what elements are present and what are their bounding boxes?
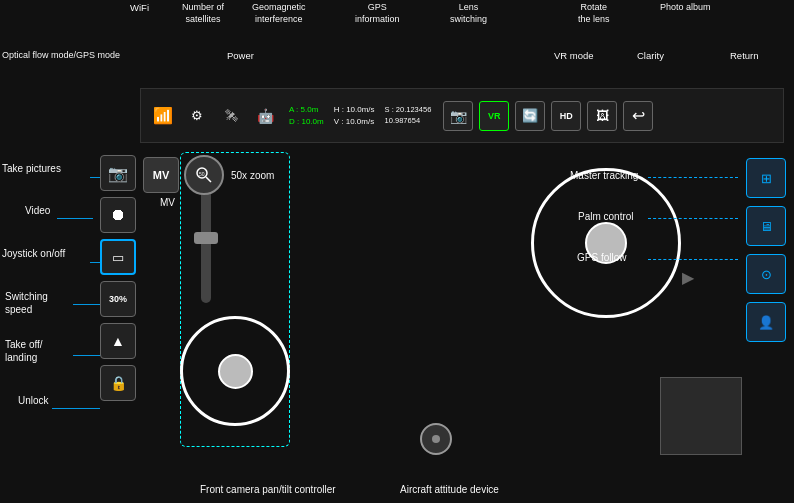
- geomagnetic-label: Geomagneticinterference: [252, 2, 306, 25]
- joystick-label: Joystick on/off: [2, 248, 65, 259]
- palm-control-label: Palm control: [578, 211, 634, 222]
- return-label: Return: [730, 50, 759, 62]
- zoom-btn[interactable]: 50: [184, 155, 224, 195]
- left-joystick[interactable]: [180, 316, 290, 426]
- right-joystick-area[interactable]: [531, 168, 686, 323]
- num-satellites-label: Number ofsatellites: [182, 2, 224, 25]
- speed-btn[interactable]: 30%: [100, 281, 136, 317]
- photo-album-label: Photo album: [660, 2, 711, 14]
- attitude-device-icon[interactable]: [420, 423, 452, 455]
- right-arrow-indicator: ▶: [682, 268, 694, 287]
- hd-btn[interactable]: HD: [551, 101, 581, 131]
- zoom-label-text: 50x zoom: [231, 170, 274, 181]
- photo-album-btn[interactable]: 🖼: [587, 101, 617, 131]
- joystick-toggle-btn[interactable]: ▭: [100, 239, 136, 275]
- unlock-arrow: ————: [52, 401, 100, 415]
- h-speed: H : 10.0m/s: [334, 104, 375, 115]
- take-picture-btn[interactable]: 📷: [100, 155, 136, 191]
- attitude-device-container: [420, 423, 452, 455]
- master-tracking-line: [648, 177, 738, 178]
- distance-value: D : 10.0m: [289, 116, 324, 127]
- altitude-distance: A : 5.0m D : 10.0m: [289, 104, 324, 126]
- speed-values: H : 10.0m/s V : 10.0m/s: [334, 104, 375, 126]
- unlock-btn[interactable]: 🔒: [100, 365, 136, 401]
- vr-mode-label: VR mode: [554, 50, 594, 62]
- switching-speed-label: Switchingspeed: [5, 290, 48, 316]
- gps-follow-btn[interactable]: ⊙: [746, 254, 786, 294]
- takeoff-btn[interactable]: ▲: [100, 323, 136, 359]
- svg-line-1: [206, 177, 211, 182]
- aircraft-attitude-label: Aircraft attitude device: [400, 484, 499, 495]
- sat-id: S : 20.123456: [385, 105, 432, 116]
- lens-switching-label: Lensswitching: [450, 2, 487, 25]
- person-btn[interactable]: 👤: [746, 302, 786, 342]
- gps-mode-icon[interactable]: ⚙: [183, 102, 211, 130]
- main-toolbar: 📶 ⚙ 🛰 🤖 A : 5.0m D : 10.0m H : 10.0m/s V…: [140, 88, 784, 143]
- right-joystick-ring: [531, 168, 681, 318]
- master-tracking-label: Master tracking: [570, 170, 638, 181]
- right-controls: ⊞ 🖥 ⊙ 👤: [746, 158, 786, 342]
- svg-text:50: 50: [199, 171, 205, 177]
- mv-zoom-row: MV 50 50x zoom: [143, 155, 274, 195]
- left-joystick-knob: [218, 354, 253, 389]
- satellite-coords: S : 20.123456 10.987654: [385, 105, 432, 126]
- power-label: Power: [227, 50, 254, 62]
- video-label: Video: [25, 205, 50, 216]
- take-pictures-label: Take pictures: [2, 163, 61, 174]
- altitude-value: A : 5.0m: [289, 104, 324, 115]
- tracking-btn[interactable]: ⊞: [746, 158, 786, 198]
- video-btn[interactable]: ⏺: [100, 197, 136, 233]
- rotate-lens-label: Rotatethe lens: [578, 2, 610, 25]
- top-labels-area: WiFi Optical flow mode/GPS mode Number o…: [0, 0, 794, 90]
- palm-control-btn[interactable]: 🖥: [746, 206, 786, 246]
- unlock-label: Unlock: [18, 395, 49, 406]
- left-controls: 📷 ⏺ ▭ 30% ▲ 🔒: [100, 155, 136, 401]
- vertical-slider-thumb[interactable]: [194, 232, 218, 244]
- satellite-icon[interactable]: 🛰: [217, 102, 245, 130]
- gps-info-label: GPSinformation: [355, 2, 400, 25]
- video-arrow: ———: [57, 211, 93, 225]
- gps-follow-label: GPS follow: [577, 252, 626, 263]
- clarity-label: Clarity: [637, 50, 664, 62]
- v-speed: V : 10.0m/s: [334, 116, 375, 127]
- return-btn[interactable]: ↩: [623, 101, 653, 131]
- front-camera-controller: [180, 152, 290, 447]
- camera-switch-btn[interactable]: 📷: [443, 101, 473, 131]
- takeoff-label: Take off/landing: [5, 338, 43, 364]
- mv-label-text: MV: [160, 197, 175, 208]
- attitude-inner: [432, 435, 440, 443]
- vr-btn[interactable]: VR: [479, 101, 509, 131]
- wifi-label: WiFi: [130, 2, 149, 14]
- mv-btn[interactable]: MV: [143, 157, 179, 193]
- power-icon[interactable]: 🤖: [251, 102, 279, 130]
- lens-rotate-btn[interactable]: 🔄: [515, 101, 545, 131]
- gps-follow-line: [648, 259, 738, 260]
- front-camera-label: Front camera pan/tilt controller: [200, 484, 336, 495]
- wifi-icon[interactable]: 📶: [149, 102, 177, 130]
- map-area[interactable]: [660, 377, 742, 455]
- optical-flow-label: Optical flow mode/GPS mode: [2, 50, 120, 62]
- sat-val2: 10.987654: [385, 116, 432, 127]
- palm-control-line: [648, 218, 738, 219]
